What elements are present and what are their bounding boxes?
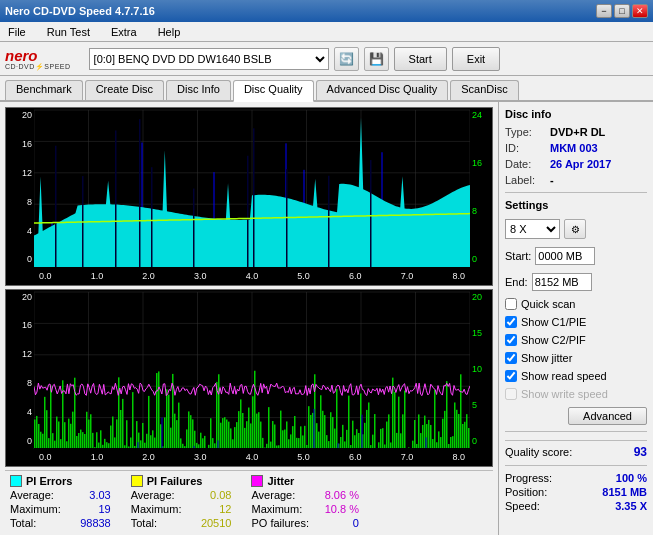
tab-create-disc[interactable]: Create Disc <box>85 80 164 100</box>
disc-label-row: Label: - <box>505 174 647 186</box>
top-chart-y-left: 20 16 12 8 4 0 <box>6 108 34 267</box>
show-jitter-checkbox[interactable] <box>505 352 517 364</box>
pi-errors-max-label: Maximum: <box>10 503 61 515</box>
disc-label-val: - <box>550 174 554 186</box>
jitter-label: Jitter <box>267 475 294 487</box>
logo-sub-text: CD·DVD⚡SPEED <box>5 63 71 70</box>
checkbox-jitter: Show jitter <box>505 352 647 364</box>
tab-disc-quality[interactable]: Disc Quality <box>233 80 314 102</box>
checkbox-write-speed: Show write speed <box>505 388 647 400</box>
settings-title: Settings <box>505 199 647 211</box>
save-button[interactable]: 💾 <box>364 47 389 71</box>
disc-type-val: DVD+R DL <box>550 126 605 138</box>
close-button[interactable]: ✕ <box>632 4 648 18</box>
stats-bar: PI Errors Average: 3.03 Maximum: 19 Tota… <box>5 470 493 530</box>
show-c1-checkbox[interactable] <box>505 316 517 328</box>
pi-failures-total-row: Total: 20510 <box>131 517 232 529</box>
quick-scan-label: Quick scan <box>521 298 575 310</box>
minimize-button[interactable]: − <box>596 4 612 18</box>
pi-failures-total-label: Total: <box>131 517 157 529</box>
pi-errors-header: PI Errors <box>10 475 111 487</box>
logo-nero-text: nero <box>5 48 71 63</box>
disc-type-key: Type: <box>505 126 545 138</box>
show-read-speed-label: Show read speed <box>521 370 607 382</box>
pi-errors-total-row: Total: 98838 <box>10 517 111 529</box>
top-chart-y-right: 24 16 8 0 <box>470 108 492 267</box>
main-content: 20 16 12 8 4 0 24 16 8 0 0.0 1.0 2.0 3.0… <box>0 102 653 535</box>
jitter-average-row: Average: 8.06 % <box>251 489 358 501</box>
tabs-bar: Benchmark Create Disc Disc Info Disc Qua… <box>0 76 653 102</box>
bottom-chart-y-left: 20 16 12 8 4 0 <box>6 290 34 449</box>
start-mb-input[interactable] <box>535 247 595 265</box>
separator-3 <box>505 465 647 466</box>
advanced-button[interactable]: Advanced <box>568 407 647 425</box>
pi-errors-label: PI Errors <box>26 475 72 487</box>
disc-info-title: Disc info <box>505 108 647 120</box>
speed-row-progress: Speed: 3.35 X <box>505 500 647 512</box>
top-chart-x-labels: 0.0 1.0 2.0 3.0 4.0 5.0 6.0 7.0 8.0 <box>34 267 470 285</box>
separator-2 <box>505 431 647 432</box>
nero-logo: nero CD·DVD⚡SPEED <box>5 48 71 70</box>
show-read-speed-checkbox[interactable] <box>505 370 517 382</box>
speed-label: Speed: <box>505 500 540 512</box>
checkbox-c1-pie: Show C1/PIE <box>505 316 647 328</box>
tab-disc-info[interactable]: Disc Info <box>166 80 231 100</box>
jitter-average-label: Average: <box>251 489 295 501</box>
disc-id-val: MKM 003 <box>550 142 598 154</box>
quick-scan-checkbox[interactable] <box>505 298 517 310</box>
pi-failures-average-label: Average: <box>131 489 175 501</box>
exit-button[interactable]: Exit <box>452 47 500 71</box>
pi-failures-color <box>131 475 143 487</box>
show-write-speed-checkbox <box>505 388 517 400</box>
top-chart: 20 16 12 8 4 0 24 16 8 0 0.0 1.0 2.0 3.0… <box>5 107 493 286</box>
jitter-max-val: 10.8 % <box>309 503 359 515</box>
jitter-po-val: 0 <box>309 517 359 529</box>
jitter-max-label: Maximum: <box>251 503 302 515</box>
speed-options-button[interactable]: ⚙ <box>564 219 586 239</box>
maximize-button[interactable]: □ <box>614 4 630 18</box>
quality-val: 93 <box>634 445 647 459</box>
disc-date-val: 26 Apr 2017 <box>550 158 611 170</box>
tab-benchmark[interactable]: Benchmark <box>5 80 83 100</box>
menu-file[interactable]: File <box>5 25 29 39</box>
pi-failures-max-row: Maximum: 12 <box>131 503 232 515</box>
pi-errors-total-val: 98838 <box>61 517 111 529</box>
pi-failures-label: PI Failures <box>147 475 203 487</box>
drive-select[interactable]: [0:0] BENQ DVD DD DW1640 BSLB <box>89 48 329 70</box>
disc-label-key: Label: <box>505 174 545 186</box>
disc-type-row: Type: DVD+R DL <box>505 126 647 138</box>
jitter-average-val: 8.06 % <box>309 489 359 501</box>
speed-select[interactable]: 8 X <box>505 219 560 239</box>
jitter-po-label: PO failures: <box>251 517 308 529</box>
position-label: Position: <box>505 486 547 498</box>
jitter-header: Jitter <box>251 475 358 487</box>
bottom-chart: 20 16 12 8 4 0 20 15 10 5 0 0.0 1.0 2.0 … <box>5 289 493 468</box>
bottom-chart-y-right: 20 15 10 5 0 <box>470 290 492 449</box>
end-mb-input[interactable] <box>532 273 592 291</box>
toolbar: nero CD·DVD⚡SPEED [0:0] BENQ DVD DD DW16… <box>0 42 653 76</box>
menu-run-test[interactable]: Run Test <box>44 25 93 39</box>
refresh-button[interactable]: 🔄 <box>334 47 359 71</box>
menu-bar: File Run Test Extra Help <box>0 22 653 42</box>
pi-failures-header: PI Failures <box>131 475 232 487</box>
checkbox-read-speed: Show read speed <box>505 370 647 382</box>
speed-row: 8 X ⚙ <box>505 219 647 239</box>
chart-area: 20 16 12 8 4 0 24 16 8 0 0.0 1.0 2.0 3.0… <box>0 102 498 535</box>
jitter-max-row: Maximum: 10.8 % <box>251 503 358 515</box>
show-c2-checkbox[interactable] <box>505 334 517 346</box>
pi-errors-max-val: 19 <box>61 503 111 515</box>
menu-help[interactable]: Help <box>155 25 184 39</box>
position-val: 8151 MB <box>602 486 647 498</box>
pi-failures-average-val: 0.08 <box>181 489 231 501</box>
window-title: Nero CD-DVD Speed 4.7.7.16 <box>5 5 155 17</box>
start-button[interactable]: Start <box>394 47 447 71</box>
progress-label: Progress: <box>505 472 552 484</box>
menu-extra[interactable]: Extra <box>108 25 140 39</box>
separator-1 <box>505 192 647 193</box>
show-write-speed-label: Show write speed <box>521 388 608 400</box>
start-mb-label: Start: <box>505 250 531 262</box>
tab-advanced-disc-quality[interactable]: Advanced Disc Quality <box>316 80 449 100</box>
disc-id-row: ID: MKM 003 <box>505 142 647 154</box>
tab-scan-disc[interactable]: ScanDisc <box>450 80 518 100</box>
quality-row: Quality score: 93 <box>505 440 647 459</box>
